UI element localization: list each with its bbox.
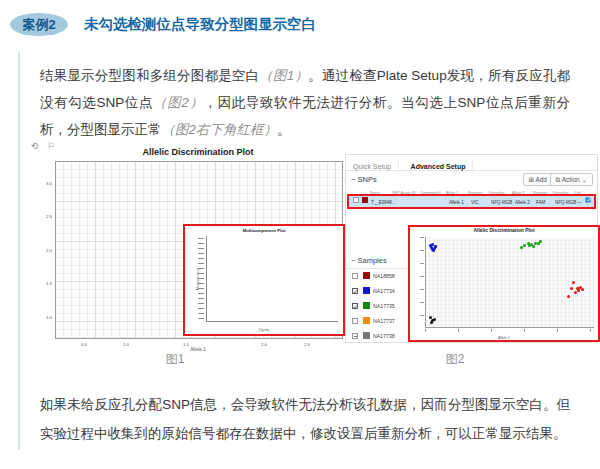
data-point-allele2-homozygous [432, 249, 435, 252]
chevron-down-icon: ⌄ [582, 176, 587, 183]
refresh-icon[interactable]: ⟲ [31, 141, 42, 151]
inset-y-ticks [420, 237, 424, 328]
collapse-icon[interactable]: − [351, 256, 355, 265]
snp-allele1: Allele 1 [449, 200, 464, 205]
x-tick: 2.5 [300, 342, 313, 347]
figure-ref: （图2右下角红框） [162, 122, 278, 137]
intro-paragraph: 结果显示分型图和多组分图都是空白（图1）。通过检查Plate Setup发现，所… [40, 62, 570, 143]
data-point-no-amplification [433, 318, 436, 321]
data-point-heterozygous [537, 242, 540, 245]
data-point-heterozygous [523, 244, 526, 247]
action-button[interactable]: ⧉ Action ⌄ [550, 173, 593, 186]
samples-section-label: Samples [357, 256, 386, 265]
inset-y-label: Fluorescence [196, 268, 200, 291]
snp-row-select-checkbox[interactable] [353, 197, 359, 203]
figure-ref: （图2） [153, 95, 203, 110]
y-tick: 3.0 [39, 181, 52, 186]
data-point-allele1-homozygous [572, 281, 575, 284]
snp-row-highlighted[interactable]: T__E0948... Allele 1 VIC NFQ-MGB Allele … [347, 194, 596, 209]
add-icon: ⊞ [529, 176, 534, 183]
multicomponent-inset-highlighted: Multicomponent Plot Fluorescence Cycle [183, 224, 345, 336]
data-point-allele1-homozygous [574, 291, 577, 294]
add-button[interactable]: ⊞ Add [523, 173, 553, 186]
y-tick: 1.0 [39, 315, 52, 320]
tab-advanced-setup[interactable]: Advanced Setup [404, 160, 474, 172]
snp-reporter1: VIC [471, 200, 479, 205]
figure2-screenshot: Quick Setup Advanced Setup − SNPs ⊞ Add … [345, 154, 598, 343]
snp-reporter2: FAM [536, 200, 545, 205]
sample-color-swatch [363, 272, 370, 279]
snp-quencher1: NFQ-MGB [491, 200, 512, 205]
plot-title: Allelic Discrimination Plot [55, 147, 341, 157]
inset-x-ticks [425, 329, 594, 332]
data-point-allele1-homozygous [581, 288, 584, 291]
sample-name: NA17734 [373, 288, 395, 294]
sample-row[interactable]: NA17738 [350, 331, 408, 343]
tab-quick-setup[interactable]: Quick Setup [346, 160, 399, 172]
data-point-heterozygous [539, 240, 542, 243]
divider [348, 268, 408, 269]
inset-x-axis [206, 321, 338, 322]
figures-row: ⟲ ⚐ Allelic Discrimination Plot 3.0 2.5 … [0, 138, 600, 374]
data-point-allele1-homozygous [567, 295, 570, 298]
data-point-allele1-homozygous [577, 289, 580, 292]
scatter-plot-area [425, 237, 594, 328]
snp-quencher2: NFQ-MGB [555, 200, 576, 205]
data-point-allele2-homozygous [434, 245, 437, 248]
sample-checkbox[interactable] [352, 273, 358, 279]
case-badge: 案例2 [10, 13, 68, 36]
inset-title: Allelic Discrimination Plot [452, 228, 555, 234]
data-point-allele1-homozygous [570, 287, 573, 290]
setup-tab-bar: Quick Setup Advanced Setup [346, 155, 597, 171]
figure1-caption: 图1 [60, 351, 290, 368]
figure-ref: （图1） [259, 68, 308, 83]
y-tick: 2.5 [39, 214, 52, 219]
inset-x-label: Allele 1 [466, 336, 541, 340]
sample-checkbox[interactable] [352, 333, 358, 339]
sample-color-swatch [363, 302, 370, 309]
data-point-heterozygous [532, 245, 535, 248]
sample-color-swatch [363, 332, 370, 339]
sample-name: NA18858 [373, 273, 395, 279]
sample-color-swatch [363, 287, 370, 294]
y-tick: 2.0 [39, 248, 52, 253]
sample-name: NA17735 [373, 303, 395, 309]
samples-section-header: − Samples [351, 256, 387, 265]
allelic-plot-highlighted: Allelic Discrimination Plot Allele 1 [408, 225, 600, 342]
sample-name: NA17738 [373, 333, 395, 339]
sample-name: NA17737 [373, 318, 395, 324]
sample-row[interactable]: NA17737 [350, 316, 408, 328]
y-tick: 1.5 [39, 281, 52, 286]
closing-paragraph: 如果未给反应孔分配SNP信息，会导致软件无法分析该孔数据，因而分型图显示空白。但… [40, 390, 570, 448]
text-segment: 结果显示分型图和多组分图都是空白 [40, 68, 259, 83]
text-segment: 。 [277, 122, 291, 137]
inset-y-axis [206, 236, 207, 322]
page-title: 未勾选检测位点导致分型图显示空白 [84, 15, 316, 34]
sample-checkbox[interactable] [352, 303, 358, 309]
sample-row[interactable]: NA17735 [350, 301, 408, 313]
sample-row[interactable]: NA18858 [350, 271, 408, 283]
collapse-icon[interactable]: − [351, 175, 355, 184]
snp-cntl: — [577, 200, 582, 205]
sample-checkbox[interactable] [352, 288, 358, 294]
data-point-no-amplification [430, 321, 433, 324]
sample-row[interactable]: NA17734 [350, 286, 408, 298]
snp-color-swatch [362, 197, 368, 203]
action-icon: ⧉ [556, 176, 561, 183]
snps-section-label: SNPs [357, 175, 376, 184]
snp-name: T__E0948... [371, 200, 396, 205]
data-point-allele1-homozygous [577, 287, 580, 290]
sample-color-swatch [363, 317, 370, 324]
x-tick: 0.5 [77, 342, 90, 347]
snp-enabled-checkbox[interactable]: ✓ [586, 198, 591, 203]
inset-title: Multicomponent Plot [226, 228, 302, 233]
figure2-caption: 图2 [345, 351, 565, 368]
sample-checkbox[interactable] [352, 318, 358, 324]
snp-allele2: Allele 2 [515, 200, 530, 205]
inset-x-label: Cycle [228, 328, 299, 333]
snps-section-header: − SNPs [351, 175, 377, 184]
data-point-heterozygous [520, 246, 523, 249]
